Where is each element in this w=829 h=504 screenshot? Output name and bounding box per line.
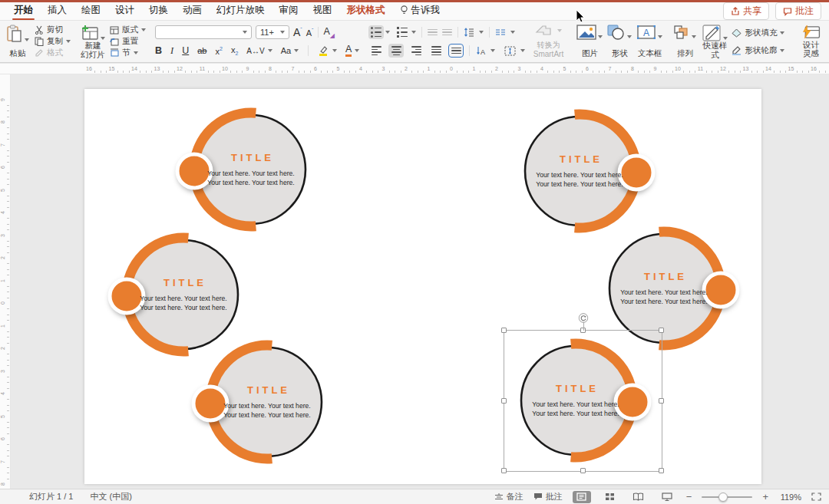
vertical-ruler[interactable]: 987654321012345678 [0,74,11,489]
menu-tab-10[interactable]: 告诉我 [398,2,442,20]
comments-button[interactable]: 批注 [775,2,821,20]
text-direction-dropdown[interactable] [490,49,495,52]
character-spacing-dropdown[interactable] [268,49,272,52]
cut-button[interactable]: 剪切 [35,25,71,36]
clear-formatting-button[interactable]: A◢ [323,26,335,39]
line-spacing-dropdown[interactable] [479,31,484,34]
fit-to-window-icon[interactable] [811,492,821,501]
highlight-color-button[interactable] [318,45,329,56]
align-left-button[interactable] [368,44,384,58]
menu-tab-3[interactable]: 设计 [114,2,136,20]
highlight-dropdown[interactable] [332,49,337,52]
menu-tab-5[interactable]: 动画 [181,2,203,20]
textbox-dropdown[interactable] [658,35,662,38]
convert-smartart-button[interactable]: 转换为SmartArt [529,23,567,60]
font-size-combo[interactable]: 11+ [256,25,289,39]
align-text-dropdown[interactable] [520,49,525,52]
copy-dropdown[interactable] [66,40,71,43]
change-case-dropdown[interactable] [294,49,299,52]
text-direction-button[interactable]: A [475,46,486,56]
shape-outline-dropdown[interactable] [780,49,784,52]
rotation-handle[interactable] [578,312,588,326]
menu-tab-0[interactable]: 开始 [12,2,35,20]
selection-handle-nw[interactable] [501,328,507,333]
new-slide-dropdown[interactable] [101,37,105,40]
paste-button[interactable]: 粘贴 [5,23,31,60]
zoom-slider-knob[interactable] [718,492,728,502]
menu-tab-4[interactable]: 切换 [147,2,170,20]
justify-button[interactable] [428,44,444,58]
columns-dropdown[interactable] [510,31,515,34]
shapes-button[interactable]: 形状 [606,23,632,60]
bold-button[interactable]: B [155,45,162,56]
format-painter-button[interactable]: 格式 [35,47,71,58]
distribute-button[interactable] [448,44,464,58]
horizontal-ruler[interactable]: 1615141312111098765432101234567891011121… [0,64,829,74]
slideshow-view-button[interactable] [658,491,676,503]
menu-tab-2[interactable]: 绘图 [80,2,102,20]
numbering-button[interactable] [395,25,410,39]
strikethrough-button[interactable]: ab [197,46,206,55]
superscript-button[interactable]: x2 [215,46,222,56]
align-center-button[interactable] [388,44,404,58]
circle-diagram-4[interactable]: TITLEYour text here. Your text here. You… [514,106,645,236]
shrink-font-button[interactable]: Aˇ [306,28,314,38]
arrange-dropdown[interactable] [692,35,696,38]
circle-diagram-3[interactable]: TITLEYour text here. Your text here. You… [202,337,332,467]
change-case-button[interactable]: Aa [281,46,291,55]
arrange-button[interactable]: 排列 [672,23,698,60]
selection-handle-s[interactable] [580,468,586,473]
bullets-dropdown[interactable] [385,31,390,34]
menu-tab-8[interactable]: 视图 [312,2,334,20]
pictures-dropdown[interactable] [598,35,603,38]
selection-handle-se[interactable] [659,468,664,473]
layout-button[interactable]: 版式 [110,25,146,36]
font-name-combo[interactable] [155,25,252,39]
comments-toggle[interactable]: 批注 [533,491,563,502]
quick-styles-dropdown[interactable] [723,37,728,40]
reading-view-button[interactable] [629,491,648,503]
increase-indent-button[interactable] [442,29,452,36]
pictures-button[interactable]: 图片 [576,23,603,60]
selection-handle-ne[interactable] [659,328,664,333]
underline-button[interactable]: U [182,45,189,56]
grow-font-button[interactable]: Aˆ [293,26,302,38]
italic-button[interactable]: I [170,45,173,57]
language-indicator[interactable]: 中文 (中国) [90,491,131,502]
font-color-dropdown[interactable] [355,49,359,52]
paste-dropdown[interactable] [25,38,29,41]
quick-styles-button[interactable]: 快速样式 [702,23,728,60]
zoom-out-button[interactable]: − [686,491,692,502]
zoom-in-button[interactable]: + [762,491,768,502]
zoom-slider[interactable] [702,496,752,498]
selection-handle-w[interactable] [501,398,507,404]
selection-box[interactable] [504,330,662,472]
section-dropdown[interactable] [134,51,138,54]
section-button[interactable]: 节 [110,47,146,58]
numbering-dropdown[interactable] [411,31,416,34]
bullets-button[interactable] [368,25,384,39]
slide-sorter-view-button[interactable] [601,491,619,503]
font-color-button[interactable]: A [345,44,352,57]
design-ideas-button[interactable]: 设计 灵感 [794,23,827,60]
shape-fill-dropdown[interactable] [780,31,784,35]
slide[interactable]: TITLEYour text here. Your text here. You… [84,89,761,484]
share-button[interactable]: 共享 [723,2,769,20]
align-right-button[interactable] [408,44,424,58]
selection-handle-sw[interactable] [501,468,507,473]
zoom-level[interactable]: 119% [778,492,801,502]
line-spacing-button[interactable] [464,28,474,37]
menu-tab-9[interactable]: 形状格式 [345,2,387,20]
columns-button[interactable] [495,28,506,37]
normal-view-button[interactable] [573,491,591,503]
notes-toggle[interactable]: 备注 [494,491,523,502]
subscript-button[interactable]: x2 [231,45,238,56]
reset-button[interactable]: 重置 [110,36,146,48]
circle-diagram-1[interactable]: TITLEYour text here. Your text here. You… [186,104,316,235]
shapes-dropdown[interactable] [627,35,632,38]
copy-button[interactable]: 复制 [35,36,71,48]
shape-outline-button[interactable]: 形状轮廓 [732,44,784,57]
align-text-button[interactable] [504,46,516,56]
decrease-indent-button[interactable] [428,29,438,36]
layout-dropdown[interactable] [141,28,146,31]
